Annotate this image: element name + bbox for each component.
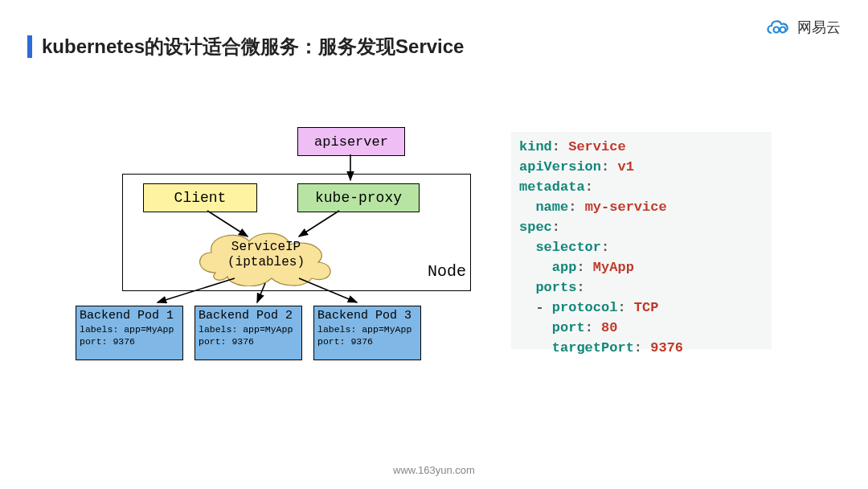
diagram-arrows xyxy=(58,119,484,368)
svg-line-4 xyxy=(299,211,339,236)
slide: kubernetes的设计适合微服务：服务发现Service 网易云 apise… xyxy=(0,0,868,489)
brand-logo: 网易云 xyxy=(765,18,841,37)
footer-url: www.163yun.com xyxy=(0,464,868,476)
page-title: kubernetes的设计适合微服务：服务发现Service xyxy=(42,34,464,60)
service-yaml: kind: Service apiVersion: v1 metadata: n… xyxy=(511,132,772,349)
title-accent xyxy=(27,35,32,58)
architecture-diagram: apiserver Node Client kube-proxy Service… xyxy=(58,119,484,401)
svg-point-0 xyxy=(774,27,780,33)
svg-line-5 xyxy=(158,278,235,302)
svg-line-6 xyxy=(257,283,265,302)
svg-line-7 xyxy=(299,278,357,302)
title-bar: kubernetes的设计适合微服务：服务发现Service xyxy=(27,34,464,60)
cloud-logo-icon xyxy=(765,18,792,36)
svg-point-1 xyxy=(780,27,786,33)
svg-line-3 xyxy=(207,211,248,236)
brand-name: 网易云 xyxy=(797,18,841,37)
